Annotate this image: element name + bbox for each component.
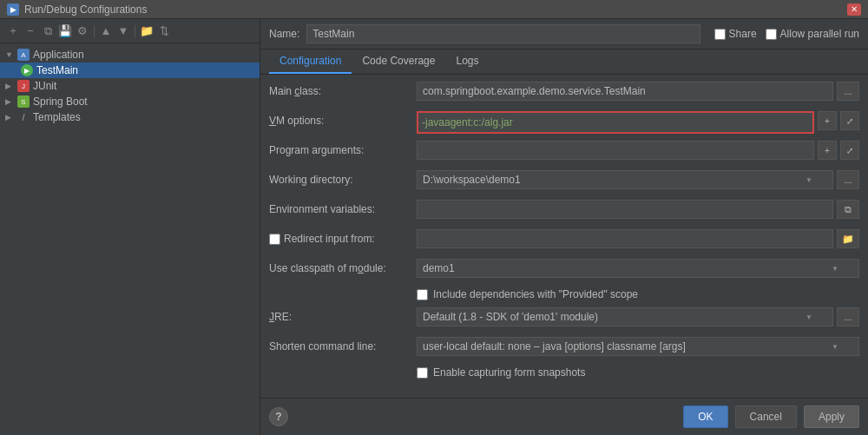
vm-options-row: VM options: -javaagent:c:/alg.jar + ⤢ <box>269 111 859 134</box>
main-class-field: ... <box>417 82 859 101</box>
jre-field: Default (1.8 - SDK of 'demo1' module) ..… <box>417 307 859 326</box>
jre-select[interactable]: Default (1.8 - SDK of 'demo1' module) <box>417 307 833 326</box>
env-vars-field: ⧉ <box>417 200 859 219</box>
program-args-input[interactable] <box>417 141 814 160</box>
shorten-cmd-label: Shorten command line: <box>269 337 417 353</box>
working-dir-field: ... <box>417 170 859 189</box>
run-icon-testmain: ▶ <box>21 64 33 76</box>
application-icon: A <box>17 49 30 61</box>
working-dir-input[interactable] <box>417 170 833 189</box>
working-dir-label: Working directory: <box>269 170 417 186</box>
settings-config-button[interactable]: ⚙ <box>75 23 90 39</box>
junit-icon: J <box>17 80 30 92</box>
program-args-expand-button[interactable]: ⤢ <box>840 141 859 160</box>
shorten-cmd-select[interactable]: user-local default: none – java [options… <box>417 337 859 356</box>
tree-arrow-templates: ▶ <box>5 113 14 122</box>
env-vars-label: Environment variables: <box>269 200 417 215</box>
working-dir-browse-button[interactable]: ... <box>837 170 859 189</box>
help-button[interactable]: ? <box>269 407 288 426</box>
jre-label: JRE: <box>269 307 417 323</box>
tree-area: ▼ A Application ▶ TestMain ▶ J JUnit ▶ S… <box>0 43 260 435</box>
include-deps-checkbox[interactable] <box>417 289 428 300</box>
tabs-row: Configuration Code Coverage Logs <box>260 49 868 75</box>
shorten-cmd-row: Shorten command line: user-local default… <box>269 337 859 359</box>
redirect-browse-button[interactable]: 📁 <box>837 229 859 248</box>
classpath-label: Use classpath of module: <box>269 259 417 274</box>
tree-arrow-springboot: ▶ <box>5 97 14 106</box>
redirect-input-row: Redirect input from: 📁 <box>269 229 859 252</box>
classpath-select-wrapper: demo1 <box>417 259 859 278</box>
classpath-field: demo1 <box>417 259 859 278</box>
tree-item-application[interactable]: ▼ A Application <box>0 47 260 63</box>
working-dir-row: Working directory: ... <box>269 170 859 193</box>
sort-button[interactable]: ⇅ <box>156 23 172 39</box>
share-checkbox[interactable] <box>714 29 726 40</box>
jre-browse-button[interactable]: ... <box>837 307 859 326</box>
tab-configuration[interactable]: Configuration <box>269 49 352 74</box>
toolbar: + − ⧉ 💾 ⚙ ▲ ▼ 📁 ⇅ <box>0 19 260 43</box>
capturing-row: Enable capturing form snapshots <box>269 366 859 379</box>
bottom-bar: ? OK Cancel Apply <box>260 398 868 435</box>
tree-label-springboot: Spring Boot <box>33 96 88 108</box>
tab-code-coverage[interactable]: Code Coverage <box>352 49 445 74</box>
program-args-field: + ⤢ <box>417 141 859 160</box>
remove-config-button[interactable]: − <box>23 23 38 39</box>
apply-button[interactable]: Apply <box>804 405 859 428</box>
tree-item-springboot[interactable]: ▶ S Spring Boot <box>0 94 260 109</box>
app-icon: ▶ <box>7 3 19 16</box>
vm-options-text: -javaagent:c:/alg.jar <box>422 116 513 129</box>
config-form: Main class: ... VM options: -javaagent:c… <box>260 75 868 398</box>
ok-button[interactable]: OK <box>683 405 727 428</box>
main-class-input[interactable] <box>417 82 833 101</box>
main-class-row: Main class: ... <box>269 82 859 104</box>
move-down-button[interactable]: ▼ <box>115 23 131 39</box>
allow-parallel-checkbox[interactable] <box>766 29 777 40</box>
vm-options-label: VM options: <box>269 111 417 127</box>
right-panel: Name: Share Allow parallel run Configura… <box>260 19 868 435</box>
copy-config-button[interactable]: ⧉ <box>40 23 56 39</box>
folder-button[interactable]: 📁 <box>139 23 155 39</box>
tree-label-application: Application <box>33 49 84 61</box>
capturing-label[interactable]: Enable capturing form snapshots <box>433 366 585 379</box>
vm-options-box: -javaagent:c:/alg.jar <box>417 111 814 134</box>
tree-label-testmain: TestMain <box>36 64 78 76</box>
classpath-row: Use classpath of module: demo1 <box>269 259 859 281</box>
vm-options-add-button[interactable]: + <box>818 111 837 130</box>
main-class-browse-button[interactable]: ... <box>837 82 859 101</box>
env-vars-input[interactable] <box>417 200 833 219</box>
classpath-select[interactable]: demo1 <box>417 259 859 278</box>
close-button[interactable]: ✕ <box>847 3 861 16</box>
redirect-input-field: 📁 <box>417 229 859 248</box>
tree-item-testmain[interactable]: ▶ TestMain <box>0 63 260 78</box>
program-args-row: Program arguments: + ⤢ <box>269 141 859 163</box>
redirect-input-label: Redirect input from: <box>269 229 417 245</box>
include-deps-label[interactable]: Include dependencies with "Provided" sco… <box>433 288 638 300</box>
allow-parallel-checkbox-label[interactable]: Allow parallel run <box>766 28 859 40</box>
tree-item-junit[interactable]: ▶ J JUnit <box>0 78 260 94</box>
cancel-button[interactable]: Cancel <box>735 405 797 428</box>
jre-select-wrapper: Default (1.8 - SDK of 'demo1' module) <box>417 307 833 326</box>
redirect-input-input[interactable] <box>417 229 833 248</box>
tab-logs[interactable]: Logs <box>445 49 489 74</box>
program-args-label: Program arguments: <box>269 141 417 156</box>
main-layout: + − ⧉ 💾 ⚙ ▲ ▼ 📁 ⇅ ▼ A Application ▶ Test… <box>0 19 868 435</box>
working-dir-select-wrapper <box>417 170 833 189</box>
share-checkbox-label[interactable]: Share <box>714 28 757 40</box>
capturing-checkbox[interactable] <box>417 367 428 379</box>
vm-options-expand-button[interactable]: ⤢ <box>840 111 859 130</box>
move-up-button[interactable]: ▲ <box>98 23 114 39</box>
name-input[interactable] <box>306 24 700 43</box>
env-vars-browse-button[interactable]: ⧉ <box>837 200 859 219</box>
tree-label-templates: Templates <box>33 111 81 123</box>
add-config-button[interactable]: + <box>5 23 21 39</box>
redirect-checkbox[interactable] <box>269 234 280 245</box>
name-row: Name: Share Allow parallel run <box>260 19 868 49</box>
left-panel: + − ⧉ 💾 ⚙ ▲ ▼ 📁 ⇅ ▼ A Application ▶ Test… <box>0 19 260 435</box>
template-icon: / <box>17 111 30 123</box>
title-bar: ▶ Run/Debug Configurations ✕ <box>0 0 868 19</box>
save-config-button[interactable]: 💾 <box>57 23 73 39</box>
tree-item-templates[interactable]: ▶ / Templates <box>0 109 260 125</box>
include-deps-row: Include dependencies with "Provided" sco… <box>269 288 859 300</box>
program-args-add-button[interactable]: + <box>818 141 837 160</box>
toolbar-separator <box>94 25 95 37</box>
